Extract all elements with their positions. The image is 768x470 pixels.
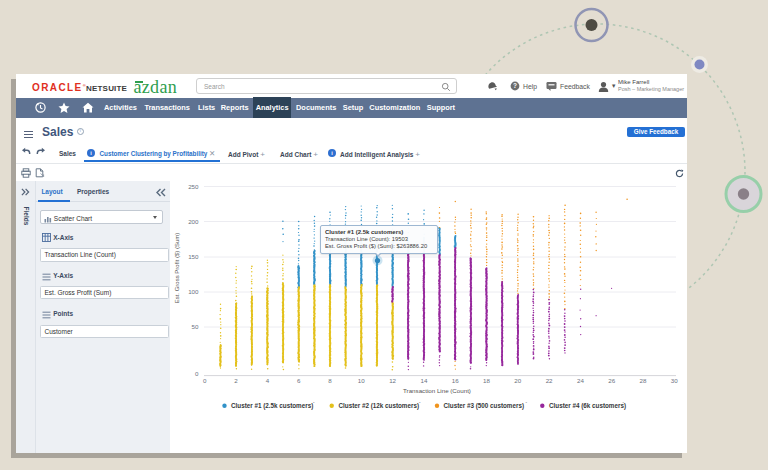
- svg-text:Est. Gross Profit ($) (Sum): Est. Gross Profit ($) (Sum): [174, 233, 180, 304]
- svg-text:200: 200: [188, 218, 199, 225]
- svg-text:20: 20: [514, 377, 521, 384]
- svg-text:ˇ: ˇ: [313, 402, 315, 407]
- svg-text:ˇ: ˇ: [419, 402, 421, 407]
- svg-text:Cluster #4 (6k customers): Cluster #4 (6k customers): [549, 402, 626, 410]
- svg-text:0: 0: [203, 377, 207, 384]
- svg-text:24: 24: [577, 377, 584, 384]
- svg-text:26: 26: [608, 377, 615, 384]
- svg-text:?: ?: [513, 82, 517, 89]
- svg-text:4: 4: [266, 377, 270, 384]
- svg-text:50: 50: [192, 323, 199, 330]
- svg-text:10: 10: [358, 377, 365, 384]
- svg-text:150: 150: [188, 253, 199, 260]
- svg-text:6: 6: [297, 377, 301, 384]
- svg-text:Cluster #2 (12k customers): Cluster #2 (12k customers): [339, 402, 420, 410]
- svg-text:22: 22: [546, 377, 553, 384]
- svg-text:8: 8: [328, 377, 332, 384]
- svg-text:30: 30: [671, 377, 678, 384]
- svg-text:16: 16: [452, 377, 459, 384]
- svg-text:28: 28: [640, 377, 647, 384]
- svg-text:Cluster #1 (2.5k customers): Cluster #1 (2.5k customers): [231, 402, 313, 410]
- svg-text:ˇ: ˇ: [526, 402, 528, 407]
- svg-text:18: 18: [483, 377, 490, 384]
- svg-text:250: 250: [188, 183, 199, 190]
- svg-text:Cluster #3 (500 customers): Cluster #3 (500 customers): [444, 402, 525, 410]
- svg-text:2: 2: [234, 377, 238, 384]
- svg-text:14: 14: [420, 377, 427, 384]
- svg-text:Transaction Line (Count): Transaction Line (Count): [403, 387, 471, 394]
- svg-text:0: 0: [195, 370, 199, 377]
- svg-text:12: 12: [389, 377, 396, 384]
- svg-text:100: 100: [188, 288, 199, 295]
